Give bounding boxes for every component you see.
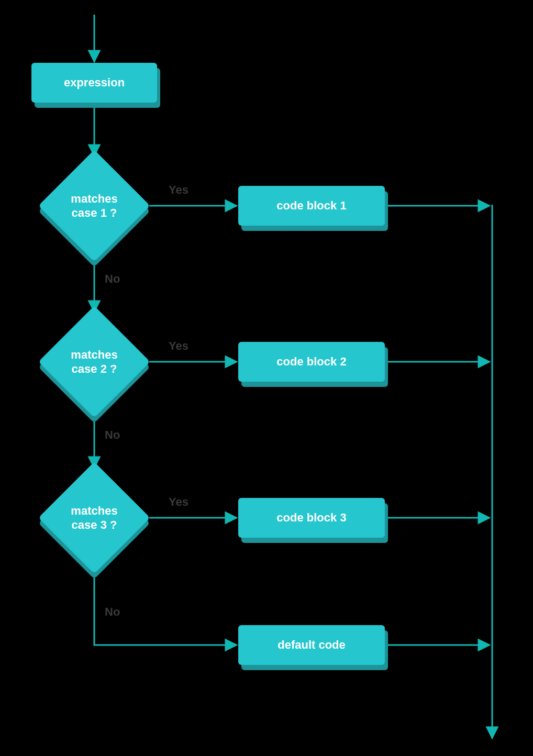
label-code-block-2: code block 2 — [238, 342, 385, 382]
label-decision-case-3: matchescase 3 ? — [39, 463, 149, 573]
label-yes-3: Yes — [169, 495, 188, 509]
label-no-2: No — [105, 428, 120, 442]
label-yes-2: Yes — [169, 339, 188, 353]
node-default-code: default code — [238, 625, 385, 665]
node-expression: expression — [31, 63, 157, 103]
label-no-1: No — [105, 272, 120, 286]
label-default-code: default code — [238, 625, 385, 665]
label-code-block-1: code block 1 — [238, 186, 385, 226]
node-decision-case-2: matchescase 2 ? — [39, 307, 149, 417]
label-yes-1: Yes — [169, 183, 188, 197]
label-expression: expression — [31, 63, 157, 103]
label-no-3: No — [105, 605, 120, 619]
node-decision-case-3: matchescase 3 ? — [39, 463, 149, 573]
switch-flowchart: expression matchescase 1 ? Yes No code b… — [0, 0, 533, 756]
label-code-block-3: code block 3 — [238, 498, 385, 538]
node-code-block-3: code block 3 — [238, 498, 385, 538]
node-code-block-1: code block 1 — [238, 186, 385, 226]
label-decision-case-2: matchescase 2 ? — [39, 307, 149, 417]
node-code-block-2: code block 2 — [238, 342, 385, 382]
node-decision-case-1: matchescase 1 ? — [39, 151, 149, 261]
label-decision-case-1: matchescase 1 ? — [39, 151, 149, 261]
